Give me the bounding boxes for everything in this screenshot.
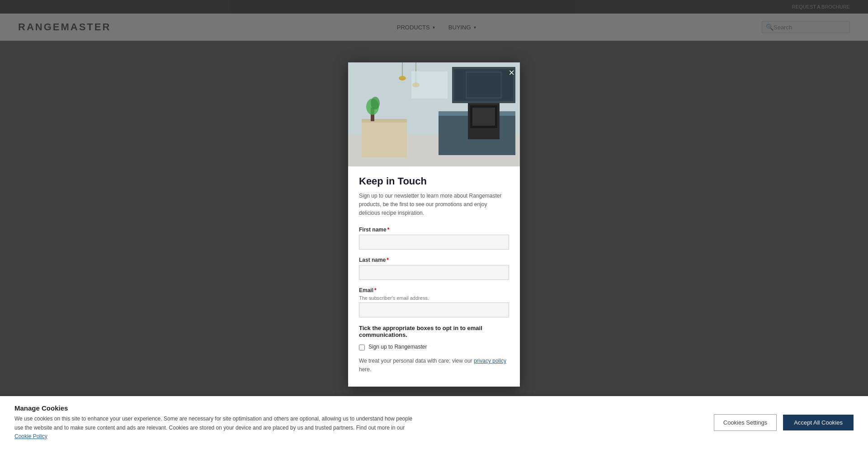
first-name-required: * bbox=[387, 227, 390, 233]
svg-rect-5 bbox=[362, 121, 407, 157]
svg-rect-6 bbox=[362, 119, 407, 123]
email-required: * bbox=[374, 287, 377, 293]
cookies-settings-button[interactable]: Cookies Settings bbox=[714, 414, 777, 431]
signup-checkbox-group: Sign up to Rangemaster bbox=[359, 344, 509, 350]
cookie-policy-link[interactable]: Cookie Policy bbox=[14, 433, 47, 440]
svg-rect-11 bbox=[472, 108, 495, 126]
last-name-group: Last name* bbox=[359, 257, 509, 280]
svg-rect-18 bbox=[411, 71, 448, 99]
cookie-text: We use cookies on this site to enhance y… bbox=[14, 415, 421, 441]
signup-checkbox-label[interactable]: Sign up to Rangemaster bbox=[368, 344, 427, 350]
cookie-buttons: Cookies Settings Accept All Cookies bbox=[714, 414, 854, 431]
first-name-input[interactable] bbox=[359, 235, 509, 250]
email-label: Email* bbox=[359, 287, 509, 293]
privacy-notice: We treat your personal data with care; v… bbox=[359, 357, 509, 374]
cookie-banner: Manage Cookies We use cookies on this si… bbox=[0, 396, 868, 449]
last-name-label: Last name* bbox=[359, 257, 509, 263]
accept-all-cookies-button[interactable]: Accept All Cookies bbox=[783, 415, 854, 430]
svg-point-21 bbox=[371, 97, 380, 109]
email-sublabel: The subscriber's email address. bbox=[359, 295, 509, 301]
cookie-content: Manage Cookies We use cookies on this si… bbox=[14, 404, 421, 441]
privacy-policy-link[interactable]: privacy policy bbox=[474, 358, 506, 364]
opt-in-section-title: Tick the appropriate boxes to opt in to … bbox=[359, 325, 509, 338]
modal-close-button[interactable]: × bbox=[509, 67, 514, 79]
email-group: Email* The subscriber's email address. bbox=[359, 287, 509, 317]
cookie-title: Manage Cookies bbox=[14, 404, 421, 412]
modal-description: Sign up to our newsletter to learn more … bbox=[359, 192, 509, 218]
last-name-required: * bbox=[387, 257, 389, 263]
newsletter-modal: × Keep in Touch Sign up to our newslette… bbox=[348, 62, 520, 387]
email-input[interactable] bbox=[359, 302, 509, 317]
modal-image: × bbox=[348, 62, 520, 166]
first-name-label: First name* bbox=[359, 227, 509, 233]
modal-title: Keep in Touch bbox=[359, 175, 509, 187]
modal-body: Keep in Touch Sign up to our newsletter … bbox=[348, 166, 520, 387]
last-name-input[interactable] bbox=[359, 265, 509, 280]
svg-rect-13 bbox=[467, 73, 500, 97]
signup-checkbox[interactable] bbox=[359, 345, 365, 350]
first-name-group: First name* bbox=[359, 227, 509, 250]
svg-point-15 bbox=[399, 76, 406, 80]
